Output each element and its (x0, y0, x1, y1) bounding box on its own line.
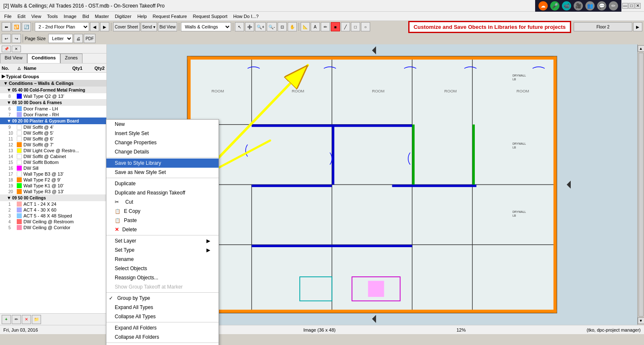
rect-tool[interactable]: □ (351, 22, 360, 31)
menu-master[interactable]: Master (93, 13, 112, 20)
cm-set-layer[interactable]: Set Layer (106, 236, 219, 245)
menu-view[interactable]: View (29, 13, 44, 20)
floor-plan-dropdown[interactable]: 2 - 2nd Floor Plan (35, 22, 89, 31)
tab-bid-view[interactable]: Bid View (0, 54, 27, 63)
cm-cut[interactable]: ✂ Cut (106, 197, 219, 207)
toolbar-btn-1[interactable]: ⬅ (2, 22, 11, 31)
tree-item-6[interactable]: 6 Door Frame - LH (0, 106, 106, 112)
tree-item-1[interactable]: 1 ACT 1 - 24 X 24 (0, 201, 106, 207)
cm-rename[interactable]: Rename (106, 255, 219, 264)
panel-pin[interactable]: 📌 (2, 46, 11, 52)
back-btn[interactable]: ↩ (2, 34, 11, 43)
tree-item-20[interactable]: 20 Wall Type R3 @ 13' (0, 189, 106, 194)
tree-item-2[interactable]: 2 ACT 4 - 30 X 60 (0, 207, 106, 213)
tree-item-12[interactable]: 12 DW Soffit @ 7' (0, 142, 106, 148)
tree-item-15[interactable]: 15 DW Soffit Bottom (0, 159, 106, 165)
tree-item-9[interactable]: 9 DW Soffit @ 4' (0, 124, 106, 130)
tree-item-17[interactable]: 17 Wall Type B3 @ 13' (0, 171, 106, 177)
cm-new[interactable]: New (106, 120, 219, 129)
nav-next[interactable]: ▶ (100, 22, 109, 31)
mic-icon[interactable]: 🎤 (550, 1, 559, 10)
color-tool[interactable]: ■ (331, 22, 340, 31)
tree-item-4[interactable]: 4 DW Ceiling @ Restroom (0, 219, 106, 225)
cm-change-details[interactable]: Change Details (106, 147, 219, 156)
menu-tools[interactable]: Tools (44, 13, 60, 20)
menu-bid[interactable]: Bid (80, 13, 92, 20)
cm-paste[interactable]: 📋Paste (106, 216, 219, 225)
tree-item-7[interactable]: 7 Door Frame - RH (0, 112, 106, 118)
menu-digitizer[interactable]: Digitizer (112, 13, 134, 20)
zoom-in-tool[interactable]: 🔍+ (255, 22, 266, 31)
cm-group-by-type[interactable]: Group by Type (106, 294, 219, 303)
fwd-btn[interactable]: ↪ (12, 34, 21, 43)
tree-group-doors[interactable]: ▼08 10 00 Doors & Frames (0, 99, 106, 106)
edit-icon[interactable]: ✏ (609, 1, 618, 10)
maximize-button[interactable]: □ (629, 3, 634, 9)
icon-1[interactable]: ☁ (538, 1, 548, 10)
menu-edit[interactable]: Edit (15, 13, 28, 20)
chat-icon[interactable]: 💬 (597, 1, 606, 10)
cm-delete[interactable]: ✕Delete (106, 225, 219, 234)
cm-change-properties[interactable]: Change Properties (106, 138, 219, 147)
line-tool[interactable]: ╱ (341, 22, 350, 31)
cm-save-style-library[interactable]: Save to Style Library (106, 158, 219, 168)
menu-request-feature[interactable]: Request Feature (150, 13, 190, 20)
tree-item-16[interactable]: 16 DW Sill (0, 165, 106, 171)
cm-select-objects[interactable]: Select Objects (106, 264, 219, 273)
print-btn[interactable]: 🖨 (74, 34, 83, 43)
fit-tool[interactable]: ⊡ (278, 22, 287, 31)
cm-copy[interactable]: 📋E Copy (106, 207, 219, 216)
cm-collapse-all-folders[interactable]: Collapse All Folders (106, 332, 219, 342)
delete-condition-btn[interactable]: ✕ (22, 315, 31, 324)
cm-duplicate[interactable]: Duplicate (106, 179, 219, 188)
view-dropdown[interactable]: Walls & Ceilings (181, 22, 231, 31)
toolbar-btn-3[interactable]: 🔄 (22, 22, 31, 31)
send-btn[interactable]: Send ▾ (141, 22, 157, 31)
cm-insert-style-set[interactable]: Insert Style Set (106, 129, 219, 138)
tree-group-cold-formed[interactable]: ▼05 40 00 Cold-Formed Metal Framing (0, 87, 106, 93)
menu-help[interactable]: Help (135, 13, 149, 20)
pan-tool[interactable]: ✋ (288, 22, 297, 31)
tree-item-10[interactable]: 10 DW Soffit @ 5' (0, 130, 106, 136)
add-condition-btn[interactable]: + (2, 315, 11, 324)
zoom-out-tool[interactable]: 🔍- (267, 22, 276, 31)
tree-item-5[interactable]: 5 DW Ceiling @ Corridor (0, 225, 106, 230)
measure-tool[interactable]: 📐 (301, 22, 310, 31)
cm-expand-all-types[interactable]: Expand All Types (106, 303, 219, 312)
tab-conditions[interactable]: Conditions (27, 54, 60, 63)
circle-tool[interactable]: ○ (361, 22, 370, 31)
menu-image[interactable]: Image (61, 13, 79, 20)
cover-sheet-btn[interactable]: Cover Sheet (113, 22, 140, 31)
cm-set-type[interactable]: Set Type (106, 245, 219, 255)
video-icon[interactable]: 📹 (562, 1, 571, 10)
menu-request-support[interactable]: Request Support (190, 13, 230, 20)
tree-item-11[interactable]: 11 DW Soffit @ 6' (0, 136, 106, 142)
menu-how-do-i[interactable]: How Do I...? (231, 13, 261, 20)
crosshair-tool[interactable]: ➕ (245, 22, 254, 31)
cm-save-new-style-set[interactable]: Save as New Style Set (106, 168, 219, 177)
save-pdf-btn[interactable]: PDF (84, 34, 95, 43)
toolbar-btn-2[interactable]: 🔁 (12, 22, 21, 31)
nav-prev[interactable]: ◀ (90, 22, 99, 31)
edit-condition-btn[interactable]: ✏ (12, 315, 21, 324)
pencil-tool[interactable]: ✏ (321, 22, 330, 31)
tree-item-8[interactable]: 8 Wall Type Q2 @ 13' (0, 93, 106, 99)
tree-group-ceilings[interactable]: ▼09 50 00 Ceilings (0, 194, 106, 201)
panel-close[interactable]: ✕ (12, 46, 21, 52)
scroll-up[interactable]: ▲ (638, 45, 644, 52)
tree-item-13[interactable]: 13 DW Light Cove @ Restro... (0, 148, 106, 153)
camera-icon[interactable]: 🎥 (574, 1, 583, 10)
scroll-down[interactable]: ▼ (638, 317, 644, 324)
tree-item-14[interactable]: 14 DW Soffit @ Cabinet (0, 153, 106, 159)
minimize-button[interactable]: — (622, 3, 628, 9)
cm-collapse-all-types[interactable]: Collapse All Types (106, 312, 219, 321)
tree-typical-groups[interactable]: ▶Typical Groups (0, 73, 106, 80)
page-size-select[interactable]: Letter (48, 34, 73, 43)
cm-expand-all-folders[interactable]: Expand All Folders (106, 323, 219, 332)
tree-conditions-header[interactable]: ▼Conditions – Walls & Ceilings (0, 80, 106, 87)
select-tool[interactable]: ↖ (235, 22, 244, 31)
tree-item-3[interactable]: 3 ACT 5 - 48 X 48 Sloped (0, 213, 106, 219)
text-tool[interactable]: A (311, 22, 320, 31)
menu-file[interactable]: File (2, 13, 14, 20)
floor-nav[interactable]: ▶ (633, 22, 642, 31)
